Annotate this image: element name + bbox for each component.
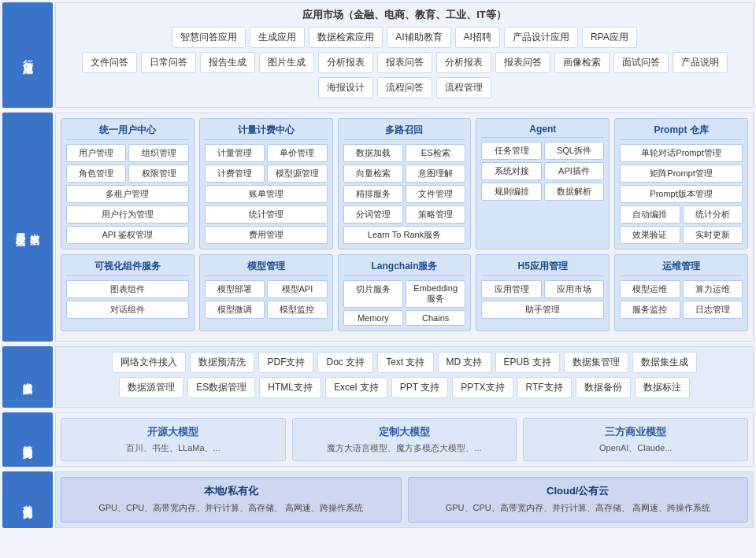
btn-item: 算力运维 bbox=[683, 280, 743, 298]
data-tag: PPT 支持 bbox=[391, 377, 448, 398]
recall-title: 多路召回 bbox=[343, 124, 466, 140]
infra-private: 本地/私有化 GPU、CPU、高带宽内存、并行计算、高存储、 高网速、跨操作系统 bbox=[61, 477, 402, 523]
billing-center-items: 计量管理 单价管理 计费管理 模型源管理 账单管理 统计管理 费用管理 bbox=[205, 144, 328, 244]
algo-label: 算法模型能力 bbox=[2, 412, 53, 467]
industry-tag: AI辅助教育 bbox=[387, 27, 450, 48]
industry-tag: 报告生成 bbox=[200, 52, 255, 73]
algo-commercial: 三方商业模型 OpenAI、Claude... bbox=[523, 418, 748, 461]
industry-row2: 文件问答 日常问答 报告生成 图片生成 分析报表 报表问答 分析报表 报表问答 … bbox=[61, 52, 748, 98]
agent-items: 任务管理 SQL拆件 系统对接 API插件 规则编排 数据解析 bbox=[481, 142, 604, 201]
data-tag: MD 支持 bbox=[438, 352, 491, 373]
btn-item: 模型源管理 bbox=[267, 164, 327, 183]
algo-custom: 定制大模型 魔方大语言模型、魔方多模态大模型、... bbox=[292, 418, 517, 461]
btn-item: 用户行为管理 bbox=[66, 205, 189, 224]
btn-item: 单价管理 bbox=[267, 144, 327, 162]
btn-item: 对话组件 bbox=[66, 301, 189, 319]
data-tag: 网络文件接入 bbox=[112, 352, 186, 373]
langchain-items: 切片服务 Embedding服务 Memory Chains bbox=[343, 280, 466, 326]
industry-tag: 流程问答 bbox=[377, 77, 432, 98]
model-mgmt-title: 模型管理 bbox=[205, 260, 328, 276]
infra-row: 基础设施能力 本地/私有化 GPU、CPU、高带宽内存、并行计算、高存储、 高网… bbox=[0, 469, 756, 530]
btn-item: 规则编排 bbox=[481, 183, 541, 201]
industry-tag: 分析报表 bbox=[318, 52, 373, 73]
langchain-title: Langchain服务 bbox=[343, 260, 466, 276]
btn-item: API 鉴权管理 bbox=[66, 226, 189, 244]
algo-grid: 开源大模型 百川、书生、LLaMa、... 定制大模型 魔方大语言模型、魔方多模… bbox=[61, 418, 748, 461]
btn-item: 模型部署 bbox=[205, 280, 265, 298]
langchain-block: Langchain服务 切片服务 Embedding服务 Memory Chai… bbox=[338, 254, 472, 331]
data-tag: 数据标注 bbox=[635, 377, 690, 398]
btn-item: 精排服务 bbox=[343, 185, 403, 203]
btn-item: Memory bbox=[343, 310, 403, 326]
btn-item: API插件 bbox=[544, 162, 604, 180]
infra-grid: 本地/私有化 GPU、CPU、高带宽内存、并行计算、高存储、 高网速、跨操作系统… bbox=[61, 477, 748, 523]
industry-tag: 面试问答 bbox=[613, 52, 669, 73]
btn-item: 统计分析 bbox=[683, 205, 743, 224]
data-content: 网络文件接入 数据预清洗 PDF支持 Doc 支持 Text 支持 MD 支持 … bbox=[55, 346, 754, 408]
industry-tag: RPA应用 bbox=[582, 27, 637, 48]
btn-item: Chains bbox=[406, 310, 465, 326]
btn-item: 模型监控 bbox=[267, 301, 327, 319]
btn-item: 应用管理 bbox=[481, 280, 541, 298]
btn-item: 文件管理 bbox=[406, 185, 465, 203]
btn-item: 多租户管理 bbox=[66, 185, 189, 203]
prompt-items: 单轮对话Prompt管理 矩阵Prompt管理 Prompt版本管理 自动编排 … bbox=[620, 144, 743, 244]
btn-item: 单轮对话Prompt管理 bbox=[620, 144, 743, 162]
h5-items: 应用管理 应用市场 助手管理 bbox=[481, 280, 604, 319]
industry-label: 行业应用 bbox=[2, 2, 53, 108]
model-mgmt-items: 模型部署 模型API 模型微调 模型监控 bbox=[205, 280, 328, 319]
data-row: 全域数据工厂 网络文件接入 数据预清洗 PDF支持 Doc 支持 Text 支持… bbox=[0, 344, 756, 410]
data-tag: Excel 支持 bbox=[325, 377, 387, 398]
industry-tag: 图片生成 bbox=[259, 52, 314, 73]
btn-item: 系统对接 bbox=[481, 162, 541, 180]
industry-tag: 画像检索 bbox=[554, 52, 610, 73]
algo-col-sub: 魔方大语言模型、魔方多模态大模型、... bbox=[299, 442, 510, 454]
data-tag: EPUB 支持 bbox=[495, 352, 560, 373]
algo-row: 算法模型能力 开源大模型 百川、书生、LLaMa、... 定制大模型 魔方大语言… bbox=[0, 410, 756, 469]
btn-item: 角色管理 bbox=[66, 164, 126, 183]
btn-item: 自动编排 bbox=[620, 205, 680, 224]
btn-item: 统计管理 bbox=[205, 205, 328, 224]
ops-block: 运维管理 模型运维 算力运维 服务监控 日志管理 bbox=[614, 254, 748, 331]
btn-item: 费用管理 bbox=[205, 226, 328, 244]
data-tag: 数据备份 bbox=[576, 377, 631, 398]
industry-tag: 产品说明 bbox=[673, 52, 728, 73]
industry-tag: 海报设计 bbox=[318, 77, 373, 98]
billing-center-block: 计量计费中心 计量管理 单价管理 计费管理 模型源管理 账单管理 统计管理 费用… bbox=[199, 118, 333, 249]
framework-label: 大模型应用开发框架 bbox=[2, 113, 53, 342]
industry-tag: 分析报表 bbox=[436, 52, 491, 73]
agent-title: Agent bbox=[481, 124, 604, 138]
infra-col-sub: GPU、CPU、高带宽内存、并行计算、高存储、 高网速、跨操作系统 bbox=[68, 501, 395, 516]
btn-item: 数据加载 bbox=[343, 144, 403, 162]
btn-item: 模型运维 bbox=[620, 280, 680, 298]
data-tag: 数据集管理 bbox=[564, 352, 628, 373]
data-tag: PPTX支持 bbox=[452, 377, 513, 398]
btn-item: 账单管理 bbox=[205, 185, 328, 203]
industry-top: 应用市场（金融、电商、教育、工业、IT等） bbox=[61, 8, 748, 22]
data-row2: 数据源管理 ES数据管理 HTML支持 Excel 支持 PPT 支持 PPTX… bbox=[61, 377, 748, 398]
algo-col-title: 开源大模型 bbox=[68, 425, 279, 439]
agent-block: Agent 任务管理 SQL拆件 系统对接 API插件 规则编排 数据解析 bbox=[476, 118, 610, 249]
btn-item: 服务监控 bbox=[620, 301, 680, 319]
algo-col-title: 定制大模型 bbox=[299, 425, 510, 439]
btn-item: SQL拆件 bbox=[544, 142, 604, 160]
industry-tag: 产品设计应用 bbox=[504, 27, 578, 48]
industry-tag: 智慧问答应用 bbox=[172, 27, 246, 48]
viz-title: 可视化组件服务 bbox=[66, 260, 189, 276]
btn-item: 向量检索 bbox=[343, 164, 403, 183]
infra-col-title: Cloud/公有云 bbox=[415, 484, 742, 498]
industry-tag: 报表问答 bbox=[495, 52, 550, 73]
recall-items: 数据加载 ES检索 向量检索 意图理解 精排服务 文件管理 分词管理 策略管理 … bbox=[343, 144, 466, 244]
prompt-title: Prompt 仓库 bbox=[620, 124, 743, 140]
btn-item: Prompt版本管理 bbox=[620, 185, 743, 203]
infra-content: 本地/私有化 GPU、CPU、高带宽内存、并行计算、高存储、 高网速、跨操作系统… bbox=[55, 471, 754, 528]
h5-block: H5应用管理 应用管理 应用市场 助手管理 bbox=[476, 254, 610, 331]
btn-item: 权限管理 bbox=[128, 164, 188, 183]
data-label: 全域数据工厂 bbox=[2, 346, 53, 408]
btn-item: 计费管理 bbox=[205, 164, 265, 183]
infra-col-title: 本地/私有化 bbox=[68, 484, 395, 498]
btn-item: 策略管理 bbox=[406, 205, 465, 224]
btn-item: 任务管理 bbox=[481, 142, 541, 160]
data-tag: PDF支持 bbox=[258, 352, 313, 373]
btn-item: 模型API bbox=[267, 280, 327, 298]
